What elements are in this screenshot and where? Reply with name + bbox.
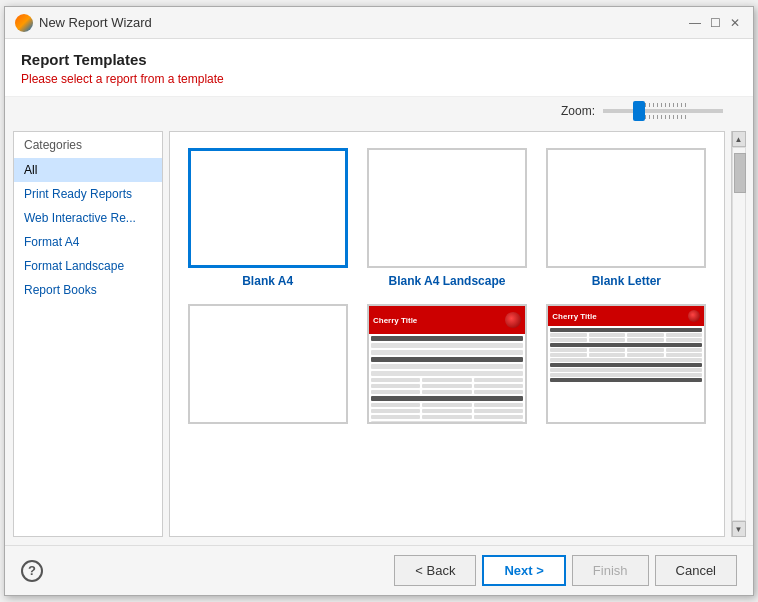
blank-letter-preview: [548, 150, 704, 266]
cancel-button[interactable]: Cancel: [655, 555, 737, 586]
close-button[interactable]: ✕: [727, 15, 743, 31]
cherry-row-group: [371, 403, 523, 407]
tick: [657, 103, 658, 107]
cherry-row: [371, 364, 523, 369]
cherry-wide-col: [589, 333, 626, 337]
maximize-button[interactable]: ☐: [707, 15, 723, 31]
scroll-down-button[interactable]: ▼: [732, 521, 746, 537]
cherry-wide-col: [550, 338, 587, 342]
tick: [673, 103, 674, 107]
cherry-col: [474, 378, 523, 382]
cherry-row-group: [371, 378, 523, 382]
cherry-col: [371, 415, 420, 419]
tick: [685, 115, 686, 119]
template-item-blank-a4-landscape[interactable]: Blank A4 Landscape: [365, 148, 528, 288]
cherry-row: [371, 371, 523, 376]
cherry-wide-col: [550, 333, 587, 337]
cherry-wide-header: Cherry Title: [548, 306, 704, 326]
sidebar-item-print-ready[interactable]: Print Ready Reports: [14, 182, 162, 206]
template-item-cherry-landscape[interactable]: Cherry Title: [545, 304, 708, 430]
template-thumb-blank-a4-landscape[interactable]: [367, 148, 527, 268]
tick: [653, 103, 654, 107]
cherry-wide-logo: [688, 310, 700, 322]
template-thumb-blank-a4[interactable]: [188, 148, 348, 268]
cherry-logo: [505, 312, 521, 328]
cherry-wide-row: [550, 368, 702, 372]
cherry-wide-col: [550, 353, 587, 357]
scroll-track[interactable]: [732, 147, 746, 521]
cherry-wide-row: [550, 363, 702, 367]
finish-button[interactable]: Finish: [572, 555, 649, 586]
cherry-wide-title: Cherry Title: [552, 312, 596, 321]
back-button[interactable]: < Back: [394, 555, 476, 586]
cherry-wide-col: [589, 338, 626, 342]
templates-grid: Blank A4 Blank A4 Landscape: [170, 132, 724, 446]
tick: [649, 103, 650, 107]
cherry-wide-col: [666, 338, 703, 342]
title-bar: New Report Wizard — ☐ ✕: [5, 7, 753, 39]
cherry-wide-col: [666, 348, 703, 352]
template-thumb-blank-letter[interactable]: [546, 148, 706, 268]
tick: [669, 103, 670, 107]
sidebar-item-report-books[interactable]: Report Books: [14, 278, 162, 302]
tick: [665, 103, 666, 107]
cherry-landscape-preview: Cherry Title: [548, 306, 704, 422]
template-item-blank-a4[interactable]: Blank A4: [186, 148, 349, 288]
help-button[interactable]: ?: [21, 560, 43, 582]
page-title: Report Templates: [21, 51, 737, 68]
template-item-blank-4[interactable]: [186, 304, 349, 430]
template-item-cherry-portrait[interactable]: Cherry Title: [365, 304, 528, 430]
title-bar-controls: — ☐ ✕: [687, 15, 743, 31]
zoom-bar: Zoom:: [5, 97, 753, 123]
scroll-up-button[interactable]: ▲: [732, 131, 746, 147]
categories-panel: Categories All Print Ready Reports Web I…: [13, 131, 163, 537]
cherry-row-group: [371, 384, 523, 388]
scrollbar[interactable]: ▲ ▼: [731, 131, 745, 537]
cherry-wide-col: [666, 333, 703, 337]
cherry-wide-col: [589, 348, 626, 352]
cherry-wide-row: [550, 373, 702, 377]
window-title: New Report Wizard: [39, 15, 152, 30]
cherry-wide-col: [627, 348, 664, 352]
sidebar-item-web-interactive[interactable]: Web Interactive Re...: [14, 206, 162, 230]
scroll-thumb[interactable]: [734, 153, 746, 193]
cherry-row: [371, 357, 523, 362]
tick: [677, 115, 678, 119]
cherry-col: [371, 390, 420, 394]
sidebar-item-all[interactable]: All: [14, 158, 162, 182]
cherry-wide-row: [550, 378, 702, 382]
next-button[interactable]: Next >: [482, 555, 565, 586]
sidebar-item-format-a4[interactable]: Format A4: [14, 230, 162, 254]
footer-right: < Back Next > Finish Cancel: [394, 555, 737, 586]
cherry-col: [422, 403, 471, 407]
zoom-label: Zoom:: [561, 104, 595, 118]
tick: [661, 115, 662, 119]
sidebar-item-format-landscape[interactable]: Format Landscape: [14, 254, 162, 278]
template-thumb-cherry-landscape[interactable]: Cherry Title: [546, 304, 706, 424]
cherry-rows: [369, 334, 525, 422]
template-thumb-cherry-portrait[interactable]: Cherry Title: [367, 304, 527, 424]
zoom-ticks-bottom: [641, 115, 686, 119]
tick: [665, 115, 666, 119]
cherry-wide-col: [627, 353, 664, 357]
cherry-portrait-preview: Cherry Title: [369, 306, 525, 422]
cherry-header: Cherry Title: [369, 306, 525, 334]
template-item-blank-letter[interactable]: Blank Letter: [545, 148, 708, 288]
tick: [661, 103, 662, 107]
zoom-tick-area: [603, 103, 723, 119]
cherry-col: [474, 390, 523, 394]
tick: [669, 115, 670, 119]
tick: [681, 115, 682, 119]
zoom-thumb[interactable]: [633, 101, 645, 121]
tick: [681, 103, 682, 107]
cherry-wide-rows: [548, 326, 704, 385]
zoom-ticks-top: [641, 103, 686, 107]
tick: [685, 103, 686, 107]
template-thumb-blank-4[interactable]: [188, 304, 348, 424]
zoom-slider[interactable]: [603, 109, 723, 113]
template-label-blank-letter: Blank Letter: [592, 274, 661, 288]
cherry-col: [422, 384, 471, 388]
cherry-row: [371, 336, 523, 341]
minimize-button[interactable]: —: [687, 15, 703, 31]
title-bar-left: New Report Wizard: [15, 14, 152, 32]
